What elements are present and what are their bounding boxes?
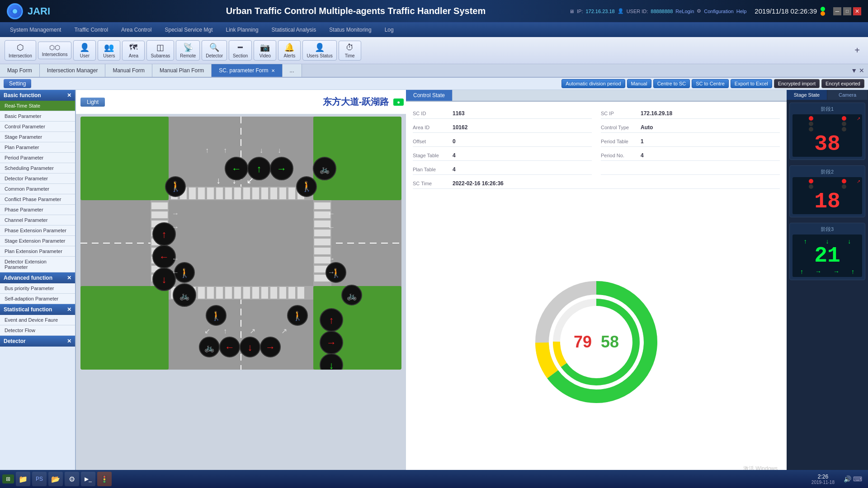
relogin-link[interactable]: ReLogin xyxy=(675,9,694,14)
sidebar-item-channel-param[interactable]: Channel Parameter xyxy=(0,215,75,225)
start-button[interactable]: ⊞ xyxy=(2,474,14,483)
toolbar-users[interactable]: 👥Users xyxy=(98,40,120,61)
centre-to-sc-button[interactable]: Centre to SC xyxy=(653,79,690,88)
sidebar-item-self-adaption[interactable]: Self-adaption Parameter xyxy=(0,294,75,304)
maximize-button[interactable]: □ xyxy=(843,7,851,15)
tab-intersection-manager[interactable]: Intersection Manager xyxy=(40,64,106,77)
tab-control-state[interactable]: Control State xyxy=(406,90,453,101)
menu-statistical[interactable]: Statistical Analysis xyxy=(266,25,322,35)
tab-manual-plan-form[interactable]: Manual Plan Form xyxy=(152,64,212,77)
sidebar-item-common-param[interactable]: Common Parameter xyxy=(0,184,75,194)
sidebar-item-plan-param[interactable]: Plan Parameter xyxy=(0,142,75,153)
sidebar-item-detector-param[interactable]: Detector Parameter xyxy=(0,174,75,184)
taskbar: ⊞ 📁 PS 📂 ⚙ ▶_ 🚦 2:26 2019-11-18 🔊 ⌨ xyxy=(0,470,868,488)
sidebar-item-stage-ext[interactable]: Stage Extension Parameter xyxy=(0,236,75,246)
help-link[interactable]: Help xyxy=(736,9,747,14)
menu-area[interactable]: Area Control xyxy=(116,25,157,35)
svg-text:↑: ↑ xyxy=(329,314,334,326)
sidebar-item-bus-priority[interactable]: Bus priority Parameter xyxy=(0,283,75,294)
tab-more[interactable]: ... xyxy=(283,64,302,77)
svg-rect-33 xyxy=(198,287,205,299)
sidebar-item-plan-ext[interactable]: Plan Extension Parameter xyxy=(0,246,75,257)
logo xyxy=(7,3,23,19)
sc-to-centre-button[interactable]: SC to Centre xyxy=(692,79,729,88)
taskbar-traffic-app[interactable]: 🚦 xyxy=(97,472,112,486)
taskbar-file-manager[interactable]: 📁 xyxy=(16,472,30,486)
toolbar-video[interactable]: 📷Video xyxy=(254,40,276,61)
menu-special[interactable]: Special Service Mgt xyxy=(159,25,218,35)
sidebar-item-phase-param[interactable]: Phase Parameter xyxy=(0,205,75,215)
menu-status[interactable]: Status Monitoring xyxy=(324,25,377,35)
auto-division-button[interactable]: Automatic division period xyxy=(561,79,625,88)
toolbar-area[interactable]: 🗺Area xyxy=(122,41,145,61)
menu-link[interactable]: Link Planning xyxy=(221,25,264,35)
sidebar-item-period-param[interactable]: Period Parameter xyxy=(0,153,75,163)
control-state-grid: SC ID 1163 SC IP 172.16.29.18 Area ID 10… xyxy=(406,102,787,196)
svg-rect-17 xyxy=(198,188,205,199)
sidebar-section-statistical[interactable]: Statistical function ✕ xyxy=(0,304,75,315)
toolbar-detector[interactable]: 🔍Detector xyxy=(202,40,227,61)
sidebar-item-conflict-phase[interactable]: Conflict Phase Parameter xyxy=(0,194,75,205)
taskbar-settings[interactable]: ⚙ xyxy=(65,472,79,486)
setting-button[interactable]: Setting xyxy=(4,79,31,88)
donut-numbers: 79 58 xyxy=(574,333,619,352)
sidebar-item-basic-param[interactable]: Basic Parameter xyxy=(0,111,75,122)
tab-close-icon[interactable]: ✕ xyxy=(271,68,275,73)
toolbar-user[interactable]: 👤User xyxy=(73,40,96,61)
sidebar-item-stage-param[interactable]: Stage Parameter xyxy=(0,132,75,142)
toolbar: ⬡Intersection ⬡⬡Intersections 👤User 👥Use… xyxy=(0,37,868,64)
toolbar-users-status[interactable]: 👤Users Status xyxy=(302,40,336,61)
sidebar-item-detector-ext[interactable]: Detector Extension Parameter xyxy=(0,257,75,272)
camera-tab[interactable]: Camera xyxy=(827,90,868,100)
toolbar-time[interactable]: ⏱Time xyxy=(339,41,361,61)
taskbar-terminal[interactable]: ▶_ xyxy=(81,472,95,486)
sidebar-item-event-device[interactable]: Event and Device Faure xyxy=(0,315,75,325)
tab-dropdown-icon[interactable]: ▼ xyxy=(851,67,857,74)
stage-3-label: 阶段3 xyxy=(793,226,862,233)
donut-red-number: 79 xyxy=(574,333,592,352)
sidebar-item-detector-flow[interactable]: Detector Flow xyxy=(0,325,75,336)
toolbar-intersections[interactable]: ⬡⬡Intersections xyxy=(38,42,72,59)
sidebar-item-control-param[interactable]: Control Parameter xyxy=(0,122,75,132)
toolbar-subareas[interactable]: ◫Subareas xyxy=(146,40,174,61)
tab-close-all-icon[interactable]: ✕ xyxy=(859,67,864,74)
toolbar-alerts[interactable]: 🔔Alerts xyxy=(278,40,301,61)
taskbar-powershell[interactable]: PS xyxy=(32,472,47,486)
app-title: Urban Traffic Control Multiple-agents Tr… xyxy=(142,6,569,16)
toolbar-intersection[interactable]: ⬡Intersection xyxy=(5,40,36,61)
sidebar-item-scheduling-param[interactable]: Scheduling Parameter xyxy=(0,163,75,174)
config-link[interactable]: Configuration xyxy=(704,9,733,14)
export-excel-button[interactable]: Export to Excel xyxy=(731,79,772,88)
datetime-display: 2019/11/18 02:26:39 xyxy=(755,7,817,15)
light-tab-btn[interactable]: Light xyxy=(80,98,105,107)
close-button[interactable]: ✕ xyxy=(853,7,861,15)
main-layout: Basic function ✕ Real-Time State Basic P… xyxy=(0,90,868,488)
sidebar-item-phase-ext[interactable]: Phase Extension Parameter xyxy=(0,225,75,236)
svg-text:←: ← xyxy=(159,251,169,263)
manual-button[interactable]: Manual xyxy=(627,79,651,88)
svg-rect-44 xyxy=(297,287,304,299)
menu-system[interactable]: System Management xyxy=(5,25,66,35)
tab-map-form[interactable]: Map Form xyxy=(0,64,40,77)
minimize-button[interactable]: ─ xyxy=(833,7,841,15)
menu-log[interactable]: Log xyxy=(379,25,399,35)
encrypt-exported-button[interactable]: Encryt exported xyxy=(821,79,864,88)
svg-rect-18 xyxy=(207,188,214,199)
sidebar-section-advanced[interactable]: Advanced function ✕ xyxy=(0,272,75,283)
tab-sc-parameter-form[interactable]: SC. parameter Form ✕ xyxy=(212,64,282,77)
sidebar-section-basic[interactable]: Basic function ✕ xyxy=(0,90,75,101)
toolbar-add-button[interactable]: + xyxy=(851,43,863,57)
menu-traffic[interactable]: Traffic Control xyxy=(69,25,113,35)
status-dot-orange xyxy=(821,11,825,16)
tab-manual-form[interactable]: Manual Form xyxy=(105,64,152,77)
encrypted-import-button[interactable]: Encrypted import xyxy=(774,79,820,88)
stage-state-tab[interactable]: Stage State xyxy=(787,90,827,100)
taskbar-explorer[interactable]: 📂 xyxy=(48,472,63,486)
toolbar-remote[interactable]: 📡Remote xyxy=(176,40,200,61)
toolbar-section[interactable]: ━Section xyxy=(229,40,252,61)
stage-card-3: 阶段3 ↑↓↓ 21 ↑→→↑ xyxy=(789,223,865,280)
svg-text:↓: ↓ xyxy=(259,146,263,154)
titlebar: JARI Urban Traffic Control Multiple-agen… xyxy=(0,0,868,23)
sidebar-item-realtime[interactable]: Real-Time State xyxy=(0,101,75,111)
sidebar-section-detector[interactable]: Detector ✕ xyxy=(0,336,75,347)
